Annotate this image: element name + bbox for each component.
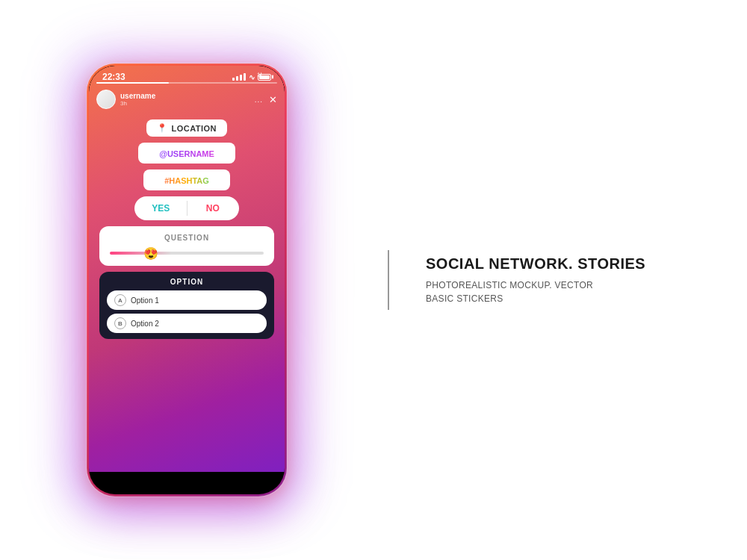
story-username: username <box>120 92 250 100</box>
sticker-location[interactable]: 📍 LOCATION <box>146 119 227 137</box>
phone-inner: 22:33 ∿ <box>89 66 285 494</box>
signal-bars-icon <box>232 73 246 81</box>
phone-frame: 22:33 ∿ <box>87 63 287 497</box>
option-item-2[interactable]: B Option 2 <box>107 314 267 333</box>
option-header: OPTION <box>107 278 267 286</box>
wifi-icon: ∿ <box>249 73 255 81</box>
story-time: 3h <box>120 100 250 107</box>
story-progress-bar <box>96 82 277 84</box>
text-section: SOCIAL NETWORK. STORIES PHOTOREALISTIC M… <box>403 255 725 305</box>
subtitle-line2: BASIC STICKERS <box>426 292 710 305</box>
option-circle-a: A <box>114 294 126 306</box>
location-pin-icon: 📍 <box>157 123 168 133</box>
phone-screen: 22:33 ∿ <box>89 66 285 472</box>
vertical-divider <box>388 250 389 310</box>
option-2-text: Option 2 <box>131 320 159 328</box>
close-icon[interactable]: ✕ <box>269 95 277 105</box>
sticker-yesno[interactable]: YES NO <box>134 196 239 220</box>
sticker-question[interactable]: QUESTION 😍 <box>99 226 274 266</box>
subtitle-line1: PHOTOREALISTIC MOCKUP. VECTOR <box>426 279 710 292</box>
signal-bar-1 <box>232 78 235 81</box>
question-label: QUESTION <box>110 234 264 242</box>
sticker-option: OPTION A Option 1 B Option 2 <box>99 272 274 339</box>
divider-section <box>374 250 403 310</box>
slider-emoji: 😍 <box>143 246 158 261</box>
more-icon[interactable]: ... <box>255 96 263 104</box>
option-item-1[interactable]: A Option 1 <box>107 290 267 310</box>
yn-divider <box>187 201 187 216</box>
status-time: 22:33 <box>102 72 125 82</box>
signal-bar-3 <box>240 75 242 81</box>
sticker-hashtag[interactable]: #HASHTAG <box>143 169 230 190</box>
option-1-text: Option 1 <box>131 296 159 305</box>
slider-track <box>110 252 264 255</box>
sticker-username[interactable]: @USERNAME <box>138 143 235 164</box>
story-user-info: username 3h <box>120 92 250 107</box>
username-text: @USERNAME <box>149 146 225 162</box>
story-header: username 3h ... ✕ <box>89 85 285 113</box>
avatar <box>96 90 116 109</box>
hashtag-text: #HASHTAG <box>154 172 220 189</box>
location-text: LOCATION <box>171 124 217 133</box>
main-title: SOCIAL NETWORK. STORIES <box>426 255 710 273</box>
question-slider[interactable]: 😍 <box>110 246 264 260</box>
page-container: 22:33 ∿ <box>0 0 747 560</box>
yes-option[interactable]: YES <box>138 200 184 217</box>
signal-bar-2 <box>236 76 238 81</box>
option-circle-b: B <box>114 317 126 329</box>
phone-section: 22:33 ∿ <box>0 0 374 560</box>
story-progress-fill <box>96 82 169 84</box>
signal-bar-4 <box>244 73 246 81</box>
no-option[interactable]: NO <box>190 200 236 217</box>
stickers-area: 📍 LOCATION @USERNAME #HASHTAG <box>89 113 285 472</box>
story-actions: ... ✕ <box>255 95 277 105</box>
